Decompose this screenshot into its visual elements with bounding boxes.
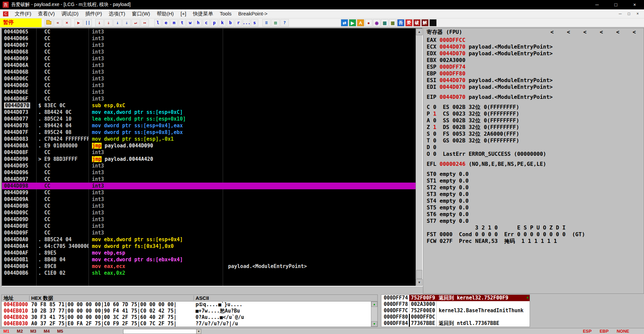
pane-caret-icon[interactable]: < bbox=[583, 28, 587, 36]
register-line[interactable]: A 0 SS 002B 32位 0(FFFFFFFF) bbox=[427, 117, 644, 124]
disasm-row[interactable]: 0044D096CCint3 bbox=[2, 169, 416, 176]
register-line[interactable]: ST3 empty 0.0 bbox=[427, 191, 644, 198]
register-line[interactable] bbox=[427, 90, 644, 94]
memory-tab[interactable]: M2 bbox=[17, 329, 23, 334]
status-indicator[interactable]: EBP bbox=[600, 329, 609, 334]
disasm-row[interactable]: 0044D06ACCint3 bbox=[2, 62, 416, 69]
register-line[interactable]: P 1 CS 0023 32位 0(FFFFFFFF) bbox=[427, 111, 644, 117]
register-line[interactable]: ST5 empty 0.0 bbox=[427, 204, 644, 211]
window-shortcut-button[interactable]: ... bbox=[243, 19, 250, 26]
register-line[interactable]: EBP 000DFF80 bbox=[427, 70, 644, 77]
pane-caret-icon[interactable]: < bbox=[567, 28, 570, 36]
dump-row[interactable]: 004EB02030 F3 41 75|00 00 00 00|00 3C 2F… bbox=[2, 314, 371, 321]
menu-item[interactable]: 选项(T) bbox=[105, 11, 128, 17]
close-program-button[interactable]: × bbox=[63, 19, 71, 26]
menu-item[interactable]: Tools bbox=[216, 11, 235, 17]
animate-over-button[interactable]: ⇓ bbox=[122, 19, 131, 26]
disasm-row[interactable]: 0044D066CCint3 bbox=[2, 35, 416, 42]
plugin-po-button[interactable]: 破 bbox=[413, 19, 421, 26]
plugin-record-button[interactable]: ● bbox=[365, 19, 372, 26]
window-shortcut-button[interactable]: p bbox=[211, 19, 218, 26]
plugin-sync-button[interactable]: ⇄ bbox=[341, 19, 348, 26]
register-line[interactable]: ST0 empty 0.0 bbox=[427, 171, 644, 178]
register-line[interactable] bbox=[427, 101, 644, 104]
register-line[interactable]: FST 0000 Cond 0 0 0 0 Err 0 0 0 0 0 0 0 … bbox=[427, 231, 644, 238]
register-line[interactable]: ESP 000DFF74 bbox=[427, 64, 644, 70]
scroll-down-icon[interactable]: ▼ bbox=[371, 321, 377, 327]
command-combobox[interactable]: ▼ bbox=[123, 329, 201, 334]
maximize-button[interactable]: □ bbox=[606, 0, 625, 9]
window-shortcut-button[interactable]: w bbox=[186, 19, 194, 26]
views-button[interactable]: ≡ bbox=[262, 19, 271, 26]
register-line[interactable]: ST4 empty 0.0 bbox=[427, 198, 644, 204]
disasm-row[interactable]: 0044D0B6.C1E0 02shl eax,0x2 bbox=[2, 270, 416, 276]
scroll-down-icon[interactable]: ▼ bbox=[416, 279, 423, 286]
stack-scroll-up-icon[interactable]: ▲ bbox=[527, 295, 529, 299]
register-line[interactable]: EIP 0044D070 payload.<ModuleEntryPoint> bbox=[427, 94, 644, 101]
mdi-restore-button[interactable]: □ bbox=[625, 10, 633, 17]
register-line[interactable]: FCW 027F Prec NEAR,53 掩码 1 1 1 1 1 1 bbox=[427, 238, 644, 245]
disasm-row[interactable]: 0044D09BCCint3 bbox=[2, 203, 416, 209]
disasm-row[interactable]: 0044D070$83EC 0Csub esp,0xC bbox=[2, 102, 416, 109]
dump-scrollbar[interactable]: ▲ ▼ bbox=[371, 302, 377, 327]
window-shortcut-button[interactable]: e bbox=[162, 19, 170, 26]
pane-caret-icon[interactable]: < bbox=[550, 28, 554, 36]
register-line[interactable] bbox=[427, 157, 644, 161]
disasm-row[interactable]: 0044D07F.895C24 08mov dword ptr ss:[esp+… bbox=[2, 129, 416, 136]
run-button[interactable]: ▶ bbox=[74, 19, 83, 26]
register-line[interactable]: O 0 LastErr ERROR_SUCCESS (00000000) bbox=[427, 151, 644, 157]
scroll-up-icon[interactable]: ▲ bbox=[416, 28, 423, 35]
restart-button[interactable]: « bbox=[54, 19, 62, 26]
open-file-button[interactable] bbox=[45, 19, 53, 26]
stack-row[interactable]: 000DFF7C752F00E0kernel32.BaseThreadInitT… bbox=[381, 308, 530, 314]
dump-row[interactable]: 004EB030A0 37 2F 75|E0 FA 2F 75|C0 F9 2F… bbox=[2, 321, 371, 327]
app-icon[interactable]: 吾 bbox=[3, 2, 9, 8]
memory-tab[interactable]: M5 bbox=[57, 329, 63, 334]
plugin-dark-button[interactable]: ■ bbox=[429, 19, 437, 26]
menu-item[interactable]: 帮助(H) bbox=[153, 11, 177, 17]
memory-tab[interactable]: M4 bbox=[44, 329, 50, 334]
stack-row[interactable]: 000DFF78002A3000 bbox=[381, 301, 530, 308]
menu-item[interactable]: [+] bbox=[177, 11, 190, 17]
disasm-row[interactable]: 0044D0A4.64:C705 34000000 00000000mov dw… bbox=[2, 243, 416, 250]
disasm-scrollbar[interactable]: ▲ ▼ bbox=[416, 28, 422, 286]
disasm-row[interactable]: 0044D077.8D5C24 10lea ebx,dword ptr ss:[… bbox=[2, 116, 416, 122]
window-shortcut-button[interactable]: k bbox=[219, 19, 226, 26]
disasm-row[interactable]: 0044D08A.E9 01000000jmp payload.0044D090 bbox=[2, 142, 416, 149]
close-button[interactable]: × bbox=[625, 0, 644, 9]
register-line[interactable]: C 0 ES 002B 32位 0(FFFFFFFF) bbox=[427, 104, 644, 111]
window-shortcut-button[interactable]: l bbox=[154, 19, 162, 26]
pane-caret-icon[interactable]: < bbox=[600, 28, 603, 36]
disasm-row[interactable]: 0044D099CCint3 bbox=[2, 189, 416, 196]
dump-row[interactable]: 004EB00070 F8 85 71|00 00 00 00|10 60 7D… bbox=[2, 302, 371, 308]
disasm-row[interactable]: 0044D065CCint3 bbox=[2, 28, 416, 35]
register-line[interactable]: ST7 empty 0.0 bbox=[427, 218, 644, 224]
plugin-ai-button[interactable]: 爱 bbox=[405, 19, 413, 26]
plugin-jie-button[interactable]: 解 bbox=[421, 19, 429, 26]
scroll-up-icon[interactable]: ▲ bbox=[371, 302, 377, 307]
disasm-row[interactable]: 0044D0AF.89E5mov ebp,esp bbox=[2, 250, 416, 256]
disasm-row[interactable]: 0044D0B1.8B4B 04mov ecx,dword ptr ds:[eb… bbox=[2, 256, 416, 263]
register-line[interactable]: EAX 000DFFCC bbox=[427, 37, 644, 44]
disasm-row[interactable]: 0044D09CCCint3 bbox=[2, 209, 416, 216]
animate-into-button[interactable]: ↓ bbox=[113, 19, 122, 26]
execute-till-return-button[interactable]: ↵ bbox=[131, 19, 140, 26]
stack-row[interactable]: 000DFF8477367BBE返回到 ntdll.77367BBE bbox=[381, 320, 530, 327]
disasm-row[interactable]: 0044D090>E9 8BD3FFFFjmp payload.0044A420 bbox=[2, 156, 416, 162]
disasm-row[interactable]: 0044D09DCCint3 bbox=[2, 216, 416, 223]
menu-item[interactable]: 文件(F) bbox=[11, 11, 35, 17]
plugin-grid2-button[interactable]: ▦ bbox=[389, 19, 396, 26]
window-shortcut-button[interactable]: b bbox=[227, 19, 234, 26]
disasm-row[interactable]: 0044D06FCCint3 bbox=[2, 95, 416, 102]
disasm-row[interactable]: 0044D09FCCint3 bbox=[2, 229, 416, 236]
disasm-row[interactable]: 0044D067CCint3 bbox=[2, 42, 416, 49]
disasm-row[interactable]: 0044D097CCint3 bbox=[2, 176, 416, 183]
disasm-row[interactable]: 0044D098CCint3 bbox=[2, 183, 416, 189]
plugin-run-button[interactable]: ▶ bbox=[349, 19, 356, 26]
register-line[interactable]: ST6 empty 0.0 bbox=[427, 211, 644, 218]
register-line[interactable]: ESI 0044D070 payload.<ModuleEntryPoint> bbox=[427, 77, 644, 84]
register-line[interactable] bbox=[427, 168, 644, 171]
minimize-button[interactable]: ─ bbox=[588, 0, 606, 9]
disasm-row[interactable]: 0044D06ECCint3 bbox=[2, 89, 416, 95]
mdi-minimize-button[interactable]: ─ bbox=[616, 10, 625, 17]
